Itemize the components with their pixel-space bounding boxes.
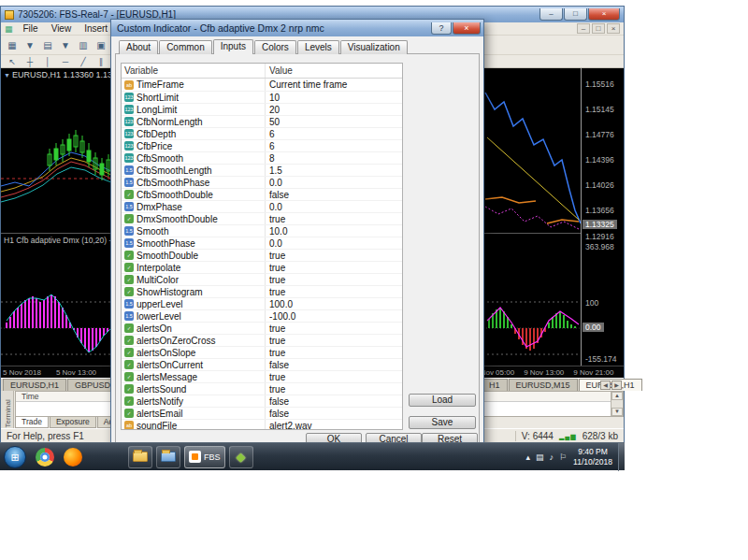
- param-value[interactable]: 50: [266, 117, 402, 127]
- chart-tab[interactable]: H1: [482, 379, 508, 391]
- param-value[interactable]: true: [266, 275, 402, 285]
- param-row[interactable]: 1.5 SmoothPhase 0.0: [122, 237, 402, 249]
- param-value[interactable]: 0.0: [266, 178, 402, 188]
- minimize-button[interactable]: –: [539, 8, 563, 21]
- param-row[interactable]: ✓ MultiColor true: [122, 273, 402, 285]
- menu-item[interactable]: File: [17, 23, 45, 34]
- start-button[interactable]: ⊞: [4, 446, 26, 468]
- taskbar-explorer-button[interactable]: [156, 446, 180, 468]
- param-row[interactable]: ✓ alertsMessage true: [122, 370, 402, 382]
- param-row[interactable]: ✓ alertsEmail false: [122, 407, 402, 419]
- param-value[interactable]: false: [266, 409, 402, 419]
- taskbar-folder-button[interactable]: [128, 446, 152, 468]
- param-row[interactable]: 1.5 CfbSmoothPhase 0.0: [122, 176, 402, 188]
- param-row[interactable]: ✓ DmxSmoothDouble true: [122, 212, 402, 224]
- vertical-line-button[interactable]: │: [39, 56, 56, 67]
- menu-item[interactable]: Insert: [78, 23, 114, 34]
- taskbar-app-button[interactable]: ◆: [229, 446, 253, 468]
- param-row[interactable]: 1.5 Smooth 10.0: [122, 224, 402, 237]
- param-value[interactable]: 6: [266, 141, 402, 151]
- child-close-icon[interactable]: ×: [607, 23, 620, 34]
- param-value[interactable]: 8: [266, 153, 402, 164]
- taskbar-clock[interactable]: 9:40 PM 11/10/2018: [573, 447, 612, 467]
- chart-dropdown-icon[interactable]: ▼: [4, 72, 12, 79]
- param-row[interactable]: 123 CfbDepth 6: [122, 127, 402, 139]
- price-scale[interactable]: 1.155161.151451.147761.143961.140261.136…: [581, 68, 624, 366]
- param-row[interactable]: ✓ alertsOnSlope true: [122, 346, 402, 358]
- terminal-scrollbar[interactable]: ▲ ▼: [611, 392, 623, 416]
- param-row[interactable]: ✓ SmoothDouble true: [122, 249, 402, 261]
- firefox-icon[interactable]: [64, 448, 82, 467]
- param-value[interactable]: 0.0: [266, 202, 402, 212]
- param-row[interactable]: ✓ alertsNotify false: [122, 395, 402, 407]
- param-row[interactable]: 1.5 CfbSmoothLength 1.5: [122, 164, 402, 176]
- param-row[interactable]: ✓ alertsOnZeroCross true: [122, 334, 402, 346]
- show-desktop-button[interactable]: [618, 443, 625, 471]
- param-value[interactable]: 10.0: [266, 226, 402, 237]
- dialog-tab[interactable]: Inputs: [213, 39, 253, 54]
- param-row[interactable]: ✓ alertsOn true: [122, 322, 402, 334]
- chart-system-menu-icon[interactable]: ▦: [1, 24, 17, 34]
- param-value[interactable]: alert2.wav: [266, 421, 402, 431]
- param-value[interactable]: 6: [266, 129, 402, 139]
- child-minimize-icon[interactable]: –: [577, 23, 590, 34]
- load-button[interactable]: Load: [409, 394, 476, 407]
- menu-item[interactable]: View: [45, 23, 79, 34]
- dialog-tab[interactable]: Colors: [254, 40, 296, 54]
- param-value[interactable]: false: [266, 360, 402, 370]
- scroll-up-icon[interactable]: ▲: [611, 392, 623, 400]
- dialog-tab[interactable]: Common: [159, 40, 212, 54]
- dialog-tab[interactable]: Visualization: [340, 40, 408, 54]
- horizontal-line-button[interactable]: ─: [57, 56, 74, 67]
- hidden-icons-icon[interactable]: ▴: [523, 452, 533, 462]
- terminal-tab[interactable]: Trade: [15, 417, 49, 428]
- param-row[interactable]: 1.5 DmxPhase 0.0: [122, 200, 402, 212]
- terminal-side-tab[interactable]: Terminal: [1, 391, 14, 428]
- dialog-tab[interactable]: Levels: [297, 40, 339, 54]
- param-value[interactable]: 100.0: [266, 299, 402, 309]
- param-value[interactable]: true: [266, 323, 402, 334]
- param-value[interactable]: true: [266, 336, 402, 346]
- dialog-close-button[interactable]: ×: [453, 22, 481, 35]
- cursor-button[interactable]: ↖: [4, 56, 21, 67]
- chrome-icon[interactable]: [36, 448, 54, 467]
- param-row[interactable]: ✓ ShowHistogram true: [122, 285, 402, 297]
- param-value[interactable]: 0.0: [266, 238, 402, 249]
- param-row[interactable]: 123 LongLimit 20: [122, 103, 402, 115]
- dialog-titlebar[interactable]: Custom Indicator - Cfb adaptive Dmx 2 nr…: [111, 20, 483, 36]
- param-row[interactable]: ✓ alertsSound true: [122, 382, 402, 395]
- tabs-scroll-left-icon[interactable]: ◀: [600, 381, 611, 390]
- dialog-help-button[interactable]: ?: [431, 22, 452, 35]
- param-value[interactable]: false: [266, 190, 402, 200]
- param-value[interactable]: 1.5: [266, 165, 402, 176]
- profiles-button[interactable]: ▤: [39, 37, 56, 52]
- param-value[interactable]: true: [266, 287, 402, 297]
- profiles-dropdown[interactable]: ▼: [57, 37, 74, 52]
- param-row[interactable]: 123 ShortLimit 10: [122, 91, 402, 103]
- volume-icon[interactable]: ♪: [547, 452, 557, 462]
- param-row[interactable]: 1.5 upperLevel 100.0: [122, 297, 402, 309]
- param-row[interactable]: ✓ Interpolate true: [122, 261, 402, 273]
- taskbar-fbs-button[interactable]: FBS: [184, 446, 225, 468]
- param-value[interactable]: true: [266, 251, 402, 261]
- scroll-down-icon[interactable]: ▼: [611, 408, 623, 416]
- param-value[interactable]: Current time frame: [266, 79, 402, 90]
- keyboard-icon[interactable]: ▤: [533, 452, 547, 462]
- chart-tab[interactable]: EURUSD,M15: [509, 379, 578, 391]
- param-value[interactable]: true: [266, 214, 402, 224]
- param-row[interactable]: ✓ CfbSmoothDouble false: [122, 188, 402, 200]
- chart-dropdown[interactable]: ▼: [22, 37, 38, 52]
- tabs-scroll-right-icon[interactable]: ▶: [611, 381, 622, 390]
- data-window-button[interactable]: ▣: [93, 37, 109, 52]
- chart-tab[interactable]: EURUSD,H1: [3, 379, 66, 391]
- param-value[interactable]: -100.0: [266, 311, 402, 322]
- param-row[interactable]: ✓ alertsOnCurrent false: [122, 358, 402, 370]
- param-value[interactable]: true: [266, 372, 402, 382]
- param-row[interactable]: 123 CfbPrice 6: [122, 139, 402, 151]
- param-row[interactable]: 123 CfbSmooth 8: [122, 151, 402, 164]
- param-row[interactable]: ab soundFile alert2.wav: [122, 419, 402, 430]
- param-row[interactable]: 123 CfbNormLength 50: [122, 115, 402, 127]
- save-button[interactable]: Save: [409, 416, 476, 429]
- param-value[interactable]: true: [266, 348, 402, 358]
- param-value[interactable]: true: [266, 384, 402, 395]
